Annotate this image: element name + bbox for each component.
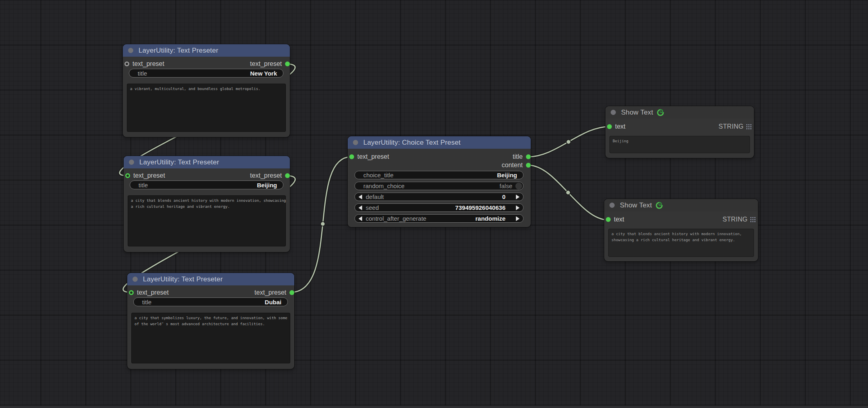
pysssss-swirl-icon xyxy=(655,201,663,209)
input-slot-label: text_preset xyxy=(133,172,165,179)
widget-value: 0 xyxy=(502,193,505,200)
increment-arrow-icon[interactable] xyxy=(516,195,520,199)
preset-content-textarea[interactable]: a city that symbolizes luxury, the futur… xyxy=(131,313,290,363)
node-title: LayerUtility: Choice Text Preset xyxy=(363,139,460,147)
slot-row: text_preset text_preset xyxy=(127,289,294,296)
node-text-preseter-beijing: LayerUtility: Text Preseter text_preset … xyxy=(124,156,290,252)
node-show-text-2: Show Text text STRING a city that blends… xyxy=(604,199,758,261)
slot-row: text STRING xyxy=(604,216,758,223)
input-slot-label: text_preset xyxy=(137,289,169,296)
widget-label: title xyxy=(142,299,151,305)
input-slot-text-preset[interactable] xyxy=(124,62,129,66)
link-midpoint-dot[interactable] xyxy=(566,140,571,144)
node-title: Show Text xyxy=(620,201,652,209)
node-header[interactable]: LayerUtility: Text Preseter xyxy=(124,156,290,168)
node-text-preseter-newyork: LayerUtility: Text Preseter text_preset … xyxy=(123,44,290,137)
show-text-output-area[interactable]: Beijing xyxy=(609,136,750,153)
pysssss-swirl-icon xyxy=(656,109,664,117)
widget-label: control_after_generate xyxy=(366,215,426,222)
widget-value: Beijing xyxy=(257,182,277,189)
show-text-output-area[interactable]: a city that blends ancient history with … xyxy=(608,229,754,257)
input-slot-label: text_preset xyxy=(132,60,164,68)
decrement-arrow-icon[interactable] xyxy=(359,205,362,210)
widget-label: random_choice xyxy=(363,182,405,189)
output-slot-label-title: title xyxy=(513,153,523,160)
widget-value: 739495926040636 xyxy=(455,204,505,211)
widget-value: randomize xyxy=(475,215,505,222)
widget-value: New York xyxy=(250,70,277,77)
node-title: Show Text xyxy=(621,109,653,117)
link-midpoint-dot[interactable] xyxy=(321,222,325,226)
increment-arrow-icon[interactable] xyxy=(516,216,520,221)
title-widget[interactable]: title Beijing xyxy=(130,180,283,189)
collapse-dot[interactable] xyxy=(611,110,616,115)
collapse-dot[interactable] xyxy=(129,160,134,165)
title-widget[interactable]: title New York xyxy=(129,69,283,78)
widget-label: choice_title xyxy=(363,172,393,178)
collapse-dot[interactable] xyxy=(353,140,358,145)
collapse-dot[interactable] xyxy=(609,203,615,208)
decrement-arrow-icon[interactable] xyxy=(359,216,362,221)
output-slot-title[interactable] xyxy=(526,154,531,159)
output-slot-text-preset[interactable] xyxy=(285,173,290,178)
default-combo[interactable]: default 0 xyxy=(355,193,524,201)
collapse-dot[interactable] xyxy=(132,277,138,282)
input-slot-text[interactable] xyxy=(607,124,612,129)
node-header[interactable]: LayerUtility: Text Preseter xyxy=(123,44,290,57)
output-slot-label-content: content xyxy=(502,162,523,169)
decrement-arrow-icon[interactable] xyxy=(359,195,362,199)
node-title: LayerUtility: Text Preseter xyxy=(143,275,223,283)
input-slot-text-preset[interactable] xyxy=(125,173,130,178)
toggle-knob[interactable] xyxy=(515,182,522,190)
grid-dots-icon[interactable] xyxy=(746,124,752,129)
output-slot-content[interactable] xyxy=(526,163,531,168)
seed-combo[interactable]: seed 739495926040636 xyxy=(355,203,524,212)
output-slot-text-preset[interactable] xyxy=(289,290,294,295)
slot-row: text_preset text_preset xyxy=(124,172,290,179)
increment-arrow-icon[interactable] xyxy=(516,205,520,210)
input-slot-text-preset[interactable] xyxy=(349,154,354,159)
slot-row: content xyxy=(348,162,531,169)
node-show-text-1: Show Text text STRING Beijing xyxy=(605,106,754,158)
node-text-preseter-dubai: LayerUtility: Text Preseter text_preset … xyxy=(127,273,294,369)
output-type-label: STRING xyxy=(723,216,748,223)
node-title: LayerUtility: Text Preseter xyxy=(139,158,219,166)
output-slot-label: text_preset xyxy=(250,172,282,179)
output-type-label: STRING xyxy=(719,123,744,130)
grid-dots-icon[interactable] xyxy=(750,217,756,222)
output-slot-text-preset[interactable] xyxy=(285,62,290,66)
link-midpoint-dot[interactable] xyxy=(566,191,571,195)
node-header[interactable]: LayerUtility: Text Preseter xyxy=(127,273,294,285)
node-header[interactable]: Show Text xyxy=(604,199,758,211)
slot-row: text STRING xyxy=(605,123,754,130)
output-slot-label: text_preset xyxy=(255,289,286,296)
slot-row: text_preset title xyxy=(348,153,531,160)
widget-value: false xyxy=(499,182,512,189)
canvas-bottom-edge xyxy=(0,406,868,408)
collapse-dot[interactable] xyxy=(128,48,133,53)
node-title: LayerUtility: Text Preseter xyxy=(139,47,218,55)
widget-value: Dubai xyxy=(265,299,281,305)
input-slot-label: text_preset xyxy=(357,153,389,160)
input-slot-text[interactable] xyxy=(606,217,611,222)
title-widget[interactable]: title Dubai xyxy=(133,297,288,306)
output-slot-label: text_preset xyxy=(250,60,282,68)
widget-value: Beijing xyxy=(497,172,517,178)
random-choice-toggle[interactable]: random_choice false xyxy=(355,182,524,190)
node-choice-text-preset: LayerUtility: Choice Text Preset text_pr… xyxy=(348,136,531,227)
preset-content-textarea[interactable]: a city that blends ancient history with … xyxy=(128,195,286,246)
widget-label: title xyxy=(139,182,148,189)
slot-row: text_preset text_preset xyxy=(123,60,290,68)
node-header[interactable]: Show Text xyxy=(605,106,754,119)
widget-label: default xyxy=(366,193,384,200)
input-slot-label: text xyxy=(614,216,624,223)
choice-title-widget[interactable]: choice_title Beijing xyxy=(355,171,524,179)
input-slot-label: text xyxy=(615,123,626,130)
widget-label: title xyxy=(138,70,147,77)
preset-content-textarea[interactable]: a vibrant, multicultural, and boundless … xyxy=(127,84,286,132)
comfyui-canvas[interactable]: { "colors":{ "canvas-bg":"#242427", "hea… xyxy=(0,0,868,408)
widget-label: seed xyxy=(366,204,379,211)
input-slot-text-preset[interactable] xyxy=(129,290,134,295)
control-after-generate-combo[interactable]: control_after_generate randomize xyxy=(355,214,524,223)
node-header[interactable]: LayerUtility: Choice Text Preset xyxy=(348,136,531,149)
